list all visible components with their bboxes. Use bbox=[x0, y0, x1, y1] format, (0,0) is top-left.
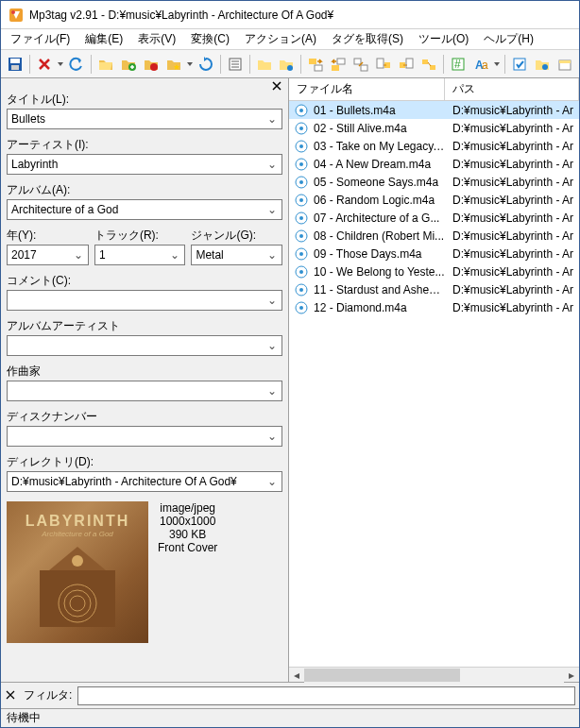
file-row[interactable]: 11 - Stardust and Ashes.... D:¥music¥Lab… bbox=[289, 280, 579, 298]
extended-tags-button[interactable] bbox=[225, 54, 246, 75]
col-filename[interactable]: ファイル名 bbox=[289, 78, 445, 100]
track-input[interactable]: 1⌄ bbox=[94, 245, 186, 265]
svg-rect-9 bbox=[309, 59, 316, 64]
quick-action-button[interactable] bbox=[509, 54, 530, 75]
audio-file-icon bbox=[293, 212, 310, 225]
close-filter-icon[interactable] bbox=[5, 689, 18, 703]
playlist-all-button[interactable] bbox=[254, 54, 275, 75]
menu-edit[interactable]: 編集(E) bbox=[77, 29, 130, 49]
albumartist-input[interactable]: ⌄ bbox=[7, 335, 282, 356]
file-row[interactable]: 10 - We Belong to Yeste... D:¥music¥Laby… bbox=[289, 262, 579, 280]
title-bar: Mp3tag v2.91 - D:¥music¥Labyrinth - Arch… bbox=[1, 1, 579, 29]
col-path[interactable]: パス bbox=[445, 78, 579, 100]
file-panel: ファイル名 パス 01 - Bullets.m4a D:¥music¥Labyr… bbox=[289, 78, 579, 682]
horizontal-scrollbar[interactable]: ◂ ▸ bbox=[289, 667, 579, 682]
comment-input[interactable]: ⌄ bbox=[7, 290, 282, 311]
year-input[interactable]: 2017⌄ bbox=[7, 245, 89, 265]
file-row[interactable]: 08 - Children (Robert Mi... D:¥music¥Lab… bbox=[289, 227, 579, 245]
tag-to-text-button[interactable] bbox=[396, 54, 417, 75]
window-title: Mp3tag v2.91 - D:¥music¥Labyrinth - Arch… bbox=[29, 8, 333, 22]
discno-input[interactable]: ⌄ bbox=[7, 426, 282, 447]
cover-logo: LABYRINTH bbox=[26, 513, 129, 530]
file-path: D:¥music¥Labyrinth - Ar bbox=[445, 122, 579, 135]
folder-fav-dropdown-icon[interactable] bbox=[186, 54, 194, 75]
svg-point-55 bbox=[299, 288, 303, 292]
svg-rect-3 bbox=[10, 59, 20, 63]
undo-button[interactable] bbox=[66, 54, 87, 75]
discno-label: ディスクナンバー bbox=[7, 409, 282, 425]
svg-rect-28 bbox=[559, 60, 571, 63]
tag-panel: タイトル(L): Bullets⌄ アーティスト(I): Labyrinth⌄ … bbox=[1, 78, 289, 682]
tools-button[interactable] bbox=[554, 54, 575, 75]
file-row[interactable]: 06 - Random Logic.m4a D:¥music¥Labyrinth… bbox=[289, 191, 579, 209]
delete-dropdown-icon[interactable] bbox=[57, 54, 64, 75]
svg-rect-4 bbox=[11, 65, 19, 70]
file-row[interactable]: 03 - Take on My Legacy.... D:¥music¥Laby… bbox=[289, 137, 579, 155]
scroll-right-icon[interactable]: ▸ bbox=[564, 668, 579, 683]
autonumber-button[interactable]: # bbox=[448, 54, 469, 75]
filter-bar: フィルタ: bbox=[1, 682, 579, 708]
menu-tools[interactable]: ツール(O) bbox=[411, 29, 476, 49]
filename-to-tag-button[interactable] bbox=[328, 54, 349, 75]
album-input[interactable]: Architecture of a God⌄ bbox=[7, 199, 282, 220]
menu-convert[interactable]: 変換(C) bbox=[183, 29, 237, 49]
genre-label: ジャンル(G): bbox=[191, 228, 282, 244]
filter-label: フィルタ: bbox=[24, 687, 72, 703]
file-row[interactable]: 12 - Diamond.m4a D:¥music¥Labyrinth - Ar bbox=[289, 298, 579, 316]
playlist-sel-button[interactable] bbox=[277, 54, 298, 75]
menu-file[interactable]: ファイル(F) bbox=[3, 29, 77, 49]
svg-rect-13 bbox=[354, 59, 361, 64]
artist-input[interactable]: Labyrinth⌄ bbox=[7, 154, 282, 175]
chevron-down-icon: ⌄ bbox=[266, 203, 278, 216]
add-folder-button[interactable] bbox=[118, 54, 139, 75]
file-name: 11 - Stardust and Ashes.... bbox=[310, 283, 445, 296]
svg-point-51 bbox=[299, 252, 303, 256]
delete-button[interactable] bbox=[34, 54, 55, 75]
svg-point-53 bbox=[299, 270, 303, 274]
chevron-down-icon: ⌄ bbox=[266, 384, 278, 398]
directory-input[interactable]: D:¥music¥Labyrinth - Architecture Of A G… bbox=[7, 471, 282, 492]
title-input[interactable]: Bullets⌄ bbox=[7, 109, 282, 129]
filename-to-filename-button[interactable] bbox=[350, 54, 371, 75]
menu-view[interactable]: 表示(V) bbox=[130, 29, 183, 49]
actions-button[interactable]: Aa bbox=[470, 54, 491, 75]
menu-bar: ファイル(F) 編集(E) 表示(V) 変換(C) アクション(A) タグを取得… bbox=[1, 29, 579, 50]
file-path: D:¥music¥Labyrinth - Ar bbox=[445, 140, 579, 153]
file-row[interactable]: 05 - Someone Says.m4a D:¥music¥Labyrinth… bbox=[289, 173, 579, 191]
open-folder-button[interactable] bbox=[95, 54, 116, 75]
scroll-left-icon[interactable]: ◂ bbox=[289, 668, 304, 683]
cover-size: 390 KB bbox=[158, 528, 217, 541]
file-row[interactable]: 09 - Those Days.m4a D:¥music¥Labyrinth -… bbox=[289, 245, 579, 262]
menu-help[interactable]: ヘルプ(H) bbox=[476, 29, 541, 49]
playlist-button[interactable] bbox=[141, 54, 162, 75]
actions-dropdown-icon[interactable] bbox=[493, 54, 501, 75]
close-panel-icon[interactable] bbox=[271, 80, 284, 93]
menu-actions[interactable]: アクション(A) bbox=[237, 29, 324, 49]
file-list[interactable]: 01 - Bullets.m4a D:¥music¥Labyrinth - Ar… bbox=[289, 101, 579, 667]
file-name: 07 - Architecture of a G... bbox=[310, 212, 445, 225]
text-to-tag-button[interactable] bbox=[373, 54, 394, 75]
file-row[interactable]: 02 - Still Alive.m4a D:¥music¥Labyrinth … bbox=[289, 119, 579, 137]
svg-point-57 bbox=[299, 306, 303, 310]
menu-tagsources[interactable]: タグを取得(S) bbox=[324, 29, 411, 49]
file-row[interactable]: 07 - Architecture of a G... D:¥music¥Lab… bbox=[289, 209, 579, 227]
file-path: D:¥music¥Labyrinth - Ar bbox=[445, 194, 579, 207]
refresh-button[interactable] bbox=[196, 54, 216, 75]
chevron-down-icon: ⌄ bbox=[266, 248, 278, 262]
file-path: D:¥music¥Labyrinth - Ar bbox=[445, 158, 579, 171]
folder-fav-button[interactable] bbox=[163, 54, 184, 75]
tag-to-tag-button[interactable] bbox=[418, 54, 439, 75]
tag-sources-button[interactable] bbox=[532, 54, 553, 75]
audio-file-icon bbox=[293, 122, 310, 135]
tag-to-filename-button[interactable] bbox=[305, 54, 326, 75]
audio-file-icon bbox=[293, 283, 310, 296]
composer-input[interactable]: ⌄ bbox=[7, 381, 282, 401]
filter-input[interactable] bbox=[77, 686, 575, 705]
genre-input[interactable]: Metal⌄ bbox=[191, 245, 282, 265]
svg-point-45 bbox=[299, 198, 303, 202]
save-button[interactable] bbox=[5, 54, 26, 75]
file-row[interactable]: 04 - A New Dream.m4a D:¥music¥Labyrinth … bbox=[289, 155, 579, 173]
file-row[interactable]: 01 - Bullets.m4a D:¥music¥Labyrinth - Ar bbox=[289, 101, 579, 119]
cover-art[interactable]: LABYRINTH Architecture of a God bbox=[7, 501, 148, 643]
chevron-down-icon: ⌄ bbox=[266, 112, 278, 126]
